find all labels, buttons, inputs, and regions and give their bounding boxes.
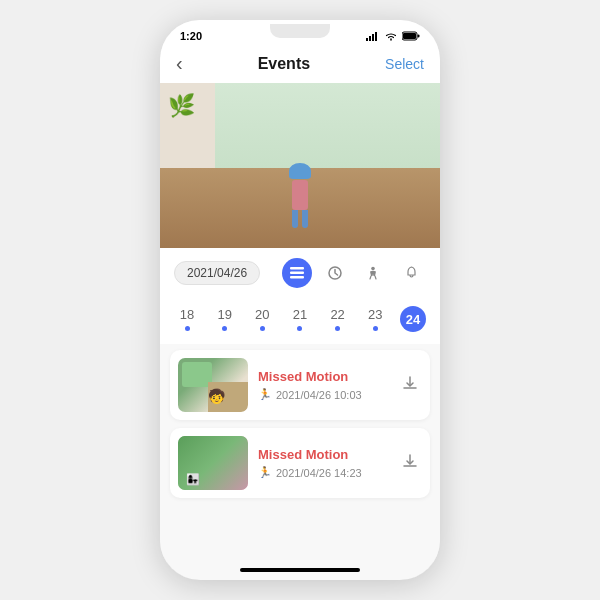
- download-button-2[interactable]: [398, 449, 422, 477]
- person-body: [292, 180, 308, 210]
- select-button[interactable]: Select: [385, 56, 424, 72]
- svg-rect-6: [418, 35, 420, 38]
- wifi-icon: [384, 31, 398, 41]
- svg-rect-9: [290, 276, 304, 279]
- date-dot-22: [335, 326, 340, 331]
- date-18[interactable]: 18: [174, 307, 200, 331]
- event-thumb-1: 🧒: [178, 358, 248, 412]
- motion-icon-1: 🏃: [258, 388, 272, 401]
- date-21[interactable]: 21: [287, 307, 313, 331]
- event-thumb-2: 👩‍👧: [178, 436, 248, 490]
- date-dot-20: [260, 326, 265, 331]
- date-filter-pill[interactable]: 2021/04/26: [174, 261, 260, 285]
- event-title-2: Missed Motion: [258, 447, 388, 462]
- status-icons: [366, 31, 420, 41]
- hero-camera-feed: 🌿: [160, 83, 440, 248]
- svg-rect-3: [375, 32, 377, 41]
- date-22[interactable]: 22: [325, 307, 351, 331]
- person-leg-left: [292, 210, 298, 228]
- events-list: 🧒 Missed Motion 🏃 2021/04/26 10:03: [160, 344, 440, 504]
- date-dot-23: [373, 326, 378, 331]
- phone-notch: [255, 20, 345, 42]
- svg-rect-0: [366, 38, 368, 41]
- battery-icon: [402, 31, 420, 41]
- date-24[interactable]: 24: [400, 306, 426, 332]
- event-meta-1: 🏃 2021/04/26 10:03: [258, 388, 388, 401]
- date-dot-21: [297, 326, 302, 331]
- motion-icon-2: 🏃: [258, 466, 272, 479]
- filter-history-button[interactable]: [320, 258, 350, 288]
- svg-rect-1: [369, 36, 371, 41]
- phone-frame: 1:20: [160, 20, 440, 580]
- date-num-23: 23: [368, 307, 382, 322]
- filter-row: 2021/04/26: [160, 248, 440, 298]
- event-info-1: Missed Motion 🏃 2021/04/26 10:03: [258, 369, 388, 401]
- person-motion-icon: [366, 266, 380, 280]
- date-num-20: 20: [255, 307, 269, 322]
- svg-rect-7: [290, 267, 304, 270]
- download-icon-2: [402, 453, 418, 469]
- person-leg-right: [302, 210, 308, 228]
- status-time: 1:20: [180, 30, 202, 42]
- date-num-24: 24: [400, 306, 426, 332]
- person-helmet: [289, 163, 311, 179]
- list-icon: [290, 267, 304, 279]
- svg-point-11: [371, 267, 375, 271]
- back-button[interactable]: ‹: [176, 52, 183, 75]
- date-num-19: 19: [217, 307, 231, 322]
- bell-icon: [405, 266, 418, 280]
- date-num-18: 18: [180, 307, 194, 322]
- filter-alert-button[interactable]: [396, 258, 426, 288]
- date-23[interactable]: 23: [362, 307, 388, 331]
- person-legs: [292, 210, 308, 228]
- date-20[interactable]: 20: [249, 307, 275, 331]
- date-dot-18: [185, 326, 190, 331]
- svg-rect-5: [403, 33, 416, 39]
- phone-screen: 1:20: [160, 20, 440, 580]
- clock-icon: [328, 266, 342, 280]
- hero-plant-icon: 🌿: [168, 93, 195, 119]
- event-title-1: Missed Motion: [258, 369, 388, 384]
- date-strip: 18 19 20 21 22: [160, 298, 440, 344]
- download-button-1[interactable]: [398, 371, 422, 399]
- event-info-2: Missed Motion 🏃 2021/04/26 14:23: [258, 447, 388, 479]
- content-area: 2021/04/26: [160, 248, 440, 562]
- svg-rect-2: [372, 34, 374, 41]
- event-time-2: 2021/04/26 14:23: [276, 467, 362, 479]
- event-card-1[interactable]: 🧒 Missed Motion 🏃 2021/04/26 10:03: [170, 350, 430, 420]
- date-num-21: 21: [293, 307, 307, 322]
- event-time-1: 2021/04/26 10:03: [276, 389, 362, 401]
- page-title: Events: [258, 55, 310, 73]
- date-num-22: 22: [330, 307, 344, 322]
- filter-motion-button[interactable]: [358, 258, 388, 288]
- download-icon-1: [402, 375, 418, 391]
- filter-icons: [282, 258, 426, 288]
- date-dot-19: [222, 326, 227, 331]
- svg-rect-8: [290, 272, 304, 275]
- event-meta-2: 🏃 2021/04/26 14:23: [258, 466, 388, 479]
- home-indicator: [240, 568, 360, 572]
- hero-person: [289, 163, 311, 228]
- date-19[interactable]: 19: [212, 307, 238, 331]
- signal-icon: [366, 31, 380, 41]
- event-card-2[interactable]: 👩‍👧 Missed Motion 🏃 2021/04/26 14:23: [170, 428, 430, 498]
- filter-all-button[interactable]: [282, 258, 312, 288]
- nav-bar: ‹ Events Select: [160, 46, 440, 83]
